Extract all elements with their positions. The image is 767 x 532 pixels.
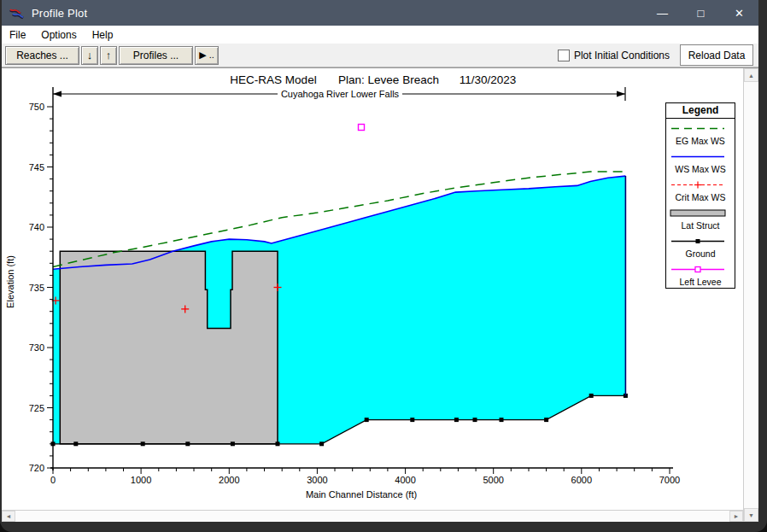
ground-marker — [276, 441, 280, 446]
y-tick-label: 750 — [29, 102, 44, 112]
legend-title: Legend — [666, 103, 735, 119]
ground-marker — [410, 418, 414, 422]
window-content: Profile Plot — □ ✕ File Options Help Rea… — [2, 0, 758, 522]
legend-entry-label: EG Max WS — [670, 136, 731, 147]
legend-sample-icon — [670, 266, 726, 273]
minimize-button[interactable]: — — [643, 0, 682, 26]
x-tick-label: 1000 — [131, 475, 151, 485]
ground-marker — [73, 441, 78, 446]
scroll-left-button[interactable]: ◄ — [2, 511, 15, 522]
legend-entry-label: Lat Struct — [670, 220, 731, 231]
legend-entry-label: Left Levee — [670, 277, 731, 288]
y-tick-label: 745 — [29, 162, 44, 172]
profile-plot-window: Profile Plot — □ ✕ File Options Help Rea… — [0, 0, 767, 532]
legend-sample-icon — [670, 181, 726, 189]
legend-entry-label: WS Max WS — [670, 164, 731, 175]
legend-entry: Lat Struct — [666, 203, 735, 231]
x-axis-title: Main Channel Distance (ft) — [306, 489, 417, 500]
reaches-button[interactable]: Reaches ... — [5, 46, 79, 65]
maximize-button[interactable]: □ — [682, 0, 720, 26]
legend-entry: Crit Max WS — [666, 175, 735, 203]
y-tick-label: 725 — [29, 403, 44, 413]
ground-marker — [589, 394, 594, 398]
chart-region: 0100020003000400050006000700072072573073… — [2, 67, 758, 522]
vertical-scrollbar[interactable]: ▲ ▼ — [743, 68, 758, 522]
window-title: Profile Plot — [32, 7, 87, 20]
reload-data-button[interactable]: Reload Data — [680, 44, 753, 66]
ground-marker — [141, 441, 145, 446]
lat-struct-region — [60, 251, 278, 444]
reach-label: Cuyahoga River Lower Falls — [281, 89, 400, 99]
plot-initial-conditions-label: Plot Initial Conditions — [574, 50, 670, 61]
legend-entry-label: Crit Max WS — [670, 192, 731, 203]
reach-arrow: Cuyahoga River Lower Falls — [53, 87, 625, 101]
y-tick-label: 740 — [29, 222, 44, 232]
close-button[interactable]: ✕ — [720, 0, 758, 26]
legend-entry: EG Max WS — [666, 119, 735, 147]
ground-marker — [454, 418, 459, 422]
x-tick-label: 6000 — [571, 475, 592, 485]
y-tick-label: 720 — [29, 463, 44, 473]
profile-plot-svg: 0100020003000400050006000700072072573073… — [2, 68, 740, 507]
scroll-up-button[interactable]: ▲ — [744, 68, 758, 82]
horizontal-scrollbar[interactable]: ◄ ► — [2, 510, 743, 522]
scroll-right-button[interactable]: ► — [729, 511, 743, 522]
scroll-down-button[interactable]: ▼ — [744, 508, 758, 522]
y-tick-label: 730 — [29, 342, 44, 353]
left-levee-marker — [359, 125, 365, 131]
x-tick-label: 2000 — [219, 475, 239, 485]
legend-sample-icon — [670, 153, 726, 161]
legend: Legend EG Max WSWS Max WSCrit Max WSLat … — [665, 102, 735, 289]
legend-sample-icon — [670, 237, 726, 245]
app-icon — [9, 7, 26, 20]
legend-entry: Left Levee — [666, 260, 735, 288]
x-tick-label: 4000 — [395, 475, 415, 485]
legend-entry: Ground — [666, 231, 735, 260]
menu-bar: File Options Help — [2, 26, 758, 44]
chart-title: Plan: Levee Breach — [338, 73, 439, 86]
menu-item-options[interactable]: Options — [33, 27, 84, 43]
ground-marker — [500, 418, 504, 422]
legend-entry-label: Ground — [670, 248, 731, 260]
legend-entry: WS Max WS — [666, 147, 735, 175]
water-fill — [53, 269, 60, 444]
legend-sample-icon — [670, 125, 726, 132]
ground-marker — [231, 441, 235, 446]
ground-marker — [365, 418, 369, 422]
animate-button[interactable]: ▶ .. — [195, 46, 219, 65]
menu-item-file[interactable]: File — [2, 27, 33, 43]
reach-down-button[interactable]: ↓ — [81, 46, 98, 65]
x-tick-label: 7000 — [659, 475, 680, 485]
x-tick-label: 3000 — [307, 475, 327, 485]
x-tick-label: 0 — [50, 475, 56, 485]
plot-initial-conditions-checkbox[interactable] — [558, 50, 570, 61]
chart-panel: 0100020003000400050006000700072072573073… — [2, 68, 743, 522]
reach-up-button[interactable]: ↑ — [100, 46, 117, 65]
y-tick-label: 735 — [29, 283, 44, 293]
profiles-button[interactable]: Profiles ... — [119, 46, 193, 65]
ground-marker — [185, 441, 190, 446]
legend-entries: EG Max WSWS Max WSCrit Max WSLat StructG… — [666, 119, 735, 288]
x-tick-label: 5000 — [483, 475, 503, 485]
ground-marker — [544, 418, 548, 422]
title-bar[interactable]: Profile Plot — □ ✕ — [2, 0, 758, 26]
y-axis-title: Elevation (ft) — [5, 255, 15, 308]
ground-marker — [319, 441, 324, 446]
menu-item-help[interactable]: Help — [85, 27, 121, 43]
ground-marker — [473, 418, 477, 422]
toolbar: Reaches ... ↓ ↑ Profiles ... ▶ .. Plot I… — [2, 44, 758, 67]
chart-title: 11/30/2023 — [460, 73, 517, 86]
legend-sample-icon — [670, 209, 726, 217]
chart-title: HEC-RAS Model — [230, 73, 316, 86]
